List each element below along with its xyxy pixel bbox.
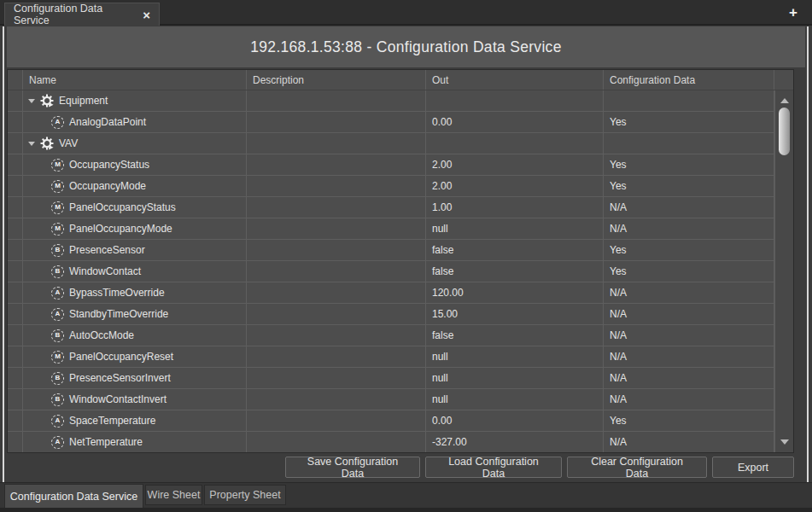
cell-out[interactable]: 120.00 <box>426 282 604 304</box>
cell-config[interactable]: N/A <box>604 197 774 218</box>
row-name-cell[interactable]: B PresenceSensor <box>23 240 247 261</box>
cell-description[interactable] <box>247 282 426 304</box>
cell-config[interactable]: Yes <box>604 176 774 197</box>
table-row[interactable]: VAV <box>8 133 793 154</box>
cell-description[interactable] <box>247 197 426 218</box>
chevron-down-icon[interactable] <box>28 142 35 146</box>
table-row[interactable]: A NetTemperature -327.00 N/A <box>8 432 793 453</box>
cell-config[interactable]: Yes <box>604 112 774 133</box>
tab-wire-sheet[interactable]: Wire Sheet <box>145 485 202 505</box>
cell-out[interactable] <box>426 133 604 154</box>
cell-out[interactable]: 2.00 <box>426 154 604 176</box>
cell-config[interactable]: Yes <box>604 154 774 176</box>
cell-description[interactable] <box>247 325 426 346</box>
cell-config[interactable]: N/A <box>604 282 774 304</box>
close-icon[interactable]: × <box>143 9 150 21</box>
table-row[interactable]: B AutoOccMode false N/A <box>8 325 793 346</box>
row-name-cell[interactable]: M PanelOccupancyMode <box>23 218 247 240</box>
cell-out[interactable] <box>426 90 604 112</box>
cell-description[interactable] <box>247 432 426 453</box>
vertical-scrollbar[interactable] <box>774 90 793 452</box>
cell-out[interactable]: null <box>426 218 604 240</box>
table-row[interactable]: A BypassTimeOverride 120.00 N/A <box>8 282 793 304</box>
cell-config[interactable]: N/A <box>604 432 774 453</box>
cell-out[interactable]: 15.00 <box>426 304 604 325</box>
save-configuration-data-button[interactable]: Save Configuration Data <box>285 457 420 478</box>
row-name-cell[interactable]: A StandbyTimeOverride <box>23 304 247 325</box>
tab-configuration-data-service[interactable]: Configuration Data Service <box>4 484 143 509</box>
top-tab-configuration-data-service[interactable]: Configuration Data Service × <box>4 3 160 26</box>
cell-description[interactable] <box>247 218 426 240</box>
cell-description[interactable] <box>247 112 426 133</box>
load-configuration-data-button[interactable]: Load Configuration Data <box>425 457 562 478</box>
cell-out[interactable]: false <box>426 240 604 261</box>
cell-description[interactable] <box>247 240 426 261</box>
scroll-down-icon[interactable] <box>780 439 789 445</box>
scroll-up-icon[interactable] <box>780 98 789 103</box>
cell-out[interactable]: null <box>426 346 604 368</box>
cell-description[interactable] <box>247 389 426 410</box>
cell-config[interactable]: N/A <box>604 325 774 346</box>
clear-configuration-data-button[interactable]: Clear Configuration Data <box>567 457 707 478</box>
cell-description[interactable] <box>247 133 426 154</box>
row-name-cell[interactable]: M OccupancyStatus <box>23 154 247 176</box>
table-row[interactable]: M PanelOccupancyReset null N/A <box>8 346 793 368</box>
cell-description[interactable] <box>247 368 426 389</box>
row-name-cell[interactable]: M OccupancyMode <box>23 176 247 197</box>
cell-config[interactable]: N/A <box>604 346 774 368</box>
cell-description[interactable] <box>247 176 426 197</box>
table-row[interactable]: B WindowContactInvert null N/A <box>8 389 793 410</box>
export-button[interactable]: Export <box>712 457 794 478</box>
cell-description[interactable] <box>247 346 426 368</box>
table-row[interactable]: B WindowContact false Yes <box>8 261 793 282</box>
column-header-description[interactable]: Description <box>247 70 426 90</box>
cell-out[interactable]: null <box>426 389 604 410</box>
table-row[interactable]: A StandbyTimeOverride 15.00 N/A <box>8 304 793 325</box>
row-name-cell[interactable]: A BypassTimeOverride <box>23 282 247 304</box>
cell-config[interactable] <box>604 133 774 154</box>
cell-description[interactable] <box>247 154 426 176</box>
table-row[interactable]: A SpaceTemperature 0.00 Yes <box>8 410 793 432</box>
new-tab-button[interactable]: + <box>785 3 802 22</box>
scrollbar-thumb[interactable] <box>779 108 790 155</box>
row-name-cell[interactable]: B AutoOccMode <box>23 325 247 346</box>
table-row[interactable]: Equipment <box>8 90 793 112</box>
row-name-cell[interactable]: B PresenceSensorInvert <box>23 368 247 389</box>
cell-out[interactable]: -327.00 <box>426 432 604 453</box>
cell-out[interactable]: null <box>426 368 604 389</box>
cell-out[interactable]: 0.00 <box>426 112 604 133</box>
column-header-name[interactable]: Name <box>23 70 247 90</box>
tab-property-sheet[interactable]: Property Sheet <box>204 485 286 505</box>
cell-config[interactable]: N/A <box>604 218 774 240</box>
cell-out[interactable]: 1.00 <box>426 197 604 218</box>
cell-description[interactable] <box>247 410 426 432</box>
chevron-down-icon[interactable] <box>28 99 35 103</box>
cell-out[interactable]: 2.00 <box>426 176 604 197</box>
cell-config[interactable]: N/A <box>604 304 774 325</box>
table-row[interactable]: B PresenceSensorInvert null N/A <box>8 368 793 389</box>
table-row[interactable]: M PanelOccupancyStatus 1.00 N/A <box>8 197 793 218</box>
table-row[interactable]: M OccupancyMode 2.00 Yes <box>8 176 793 197</box>
row-name-cell[interactable]: B WindowContactInvert <box>23 389 247 410</box>
cell-config[interactable]: Yes <box>604 240 774 261</box>
cell-description[interactable] <box>247 90 426 112</box>
table-row[interactable]: B PresenceSensor false Yes <box>8 240 793 261</box>
table-row[interactable]: A AnalogDataPoint 0.00 Yes <box>8 112 793 133</box>
row-name-cell[interactable]: M PanelOccupancyStatus <box>23 197 247 218</box>
cell-description[interactable] <box>247 304 426 325</box>
cell-out[interactable]: 0.00 <box>426 410 604 432</box>
table-row[interactable]: M OccupancyStatus 2.00 Yes <box>8 154 793 176</box>
row-name-cell[interactable]: Equipment <box>23 90 247 112</box>
cell-out[interactable]: false <box>426 325 604 346</box>
row-name-cell[interactable]: B WindowContact <box>23 261 247 282</box>
row-name-cell[interactable]: M PanelOccupancyReset <box>23 346 247 368</box>
column-header-configuration-data[interactable]: Configuration Data <box>604 70 774 90</box>
row-name-cell[interactable]: A NetTemperature <box>23 432 247 453</box>
cell-description[interactable] <box>247 261 426 282</box>
row-name-cell[interactable]: A AnalogDataPoint <box>23 112 247 133</box>
cell-config[interactable]: Yes <box>604 410 774 432</box>
cell-config[interactable] <box>604 90 774 112</box>
row-name-cell[interactable]: A SpaceTemperature <box>23 410 247 432</box>
cell-config[interactable]: N/A <box>604 368 774 389</box>
row-name-cell[interactable]: VAV <box>23 133 247 154</box>
